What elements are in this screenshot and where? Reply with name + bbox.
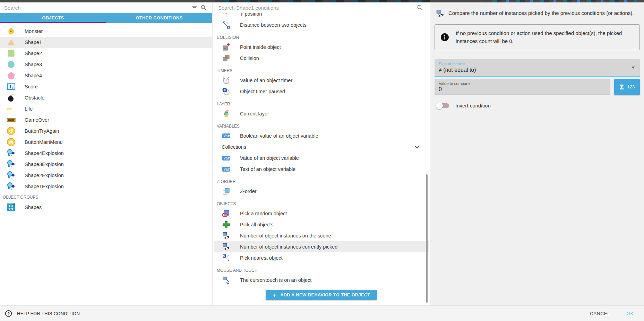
condition-description: Compare the number of instances picked b… — [448, 9, 634, 17]
z-order-icon — [222, 187, 231, 196]
object-name: Shape4 — [25, 73, 42, 78]
filter-icon[interactable] — [190, 3, 199, 12]
value-to-compare-input[interactable] — [439, 86, 606, 93]
object-list-item[interactable]: ButtonMainMenu — [0, 137, 212, 148]
condition-list-item[interactable]: Y position — [214, 13, 429, 19]
condition-list-item[interactable]: VarValue of an object variable — [214, 153, 429, 164]
condition-list-item[interactable]: ?Pick nearest object — [214, 252, 429, 263]
object-name: Shape4Explosion — [25, 150, 64, 156]
condition-group-label: Collections — [222, 144, 413, 150]
collision-icon — [222, 54, 231, 63]
variable-icon: Var — [222, 165, 231, 174]
text-object-icon: Tx — [7, 82, 16, 91]
object-list-item[interactable]: ↺ButtonTryAgain — [0, 125, 212, 137]
condition-section-header: TIMERS — [214, 64, 429, 75]
object-tabs: OBJECTS OTHER CONDITIONS — [0, 13, 212, 23]
sign-of-test-label: Sign of the test — [439, 62, 636, 66]
object-selector-panel: OBJECTS OTHER CONDITIONS MonsterShape1Sh… — [0, 2, 213, 305]
expression-editor-button[interactable]: Σ 123 — [614, 79, 640, 95]
help-button[interactable]: ? HELP FOR THIS CONDITION — [5, 310, 80, 317]
condition-label: Pick nearest object — [240, 255, 283, 261]
condition-list-item[interactable]: Pick all objects — [214, 219, 429, 230]
condition-description-row: x? Compare the number of instances picke… — [435, 6, 640, 18]
condition-section-header: OBJECTS — [214, 197, 429, 208]
condition-section-header: COLLISION — [214, 31, 429, 42]
condition-list-item[interactable]: Current layer — [214, 108, 429, 119]
condition-list-item[interactable]: Z-order — [214, 186, 429, 197]
cursor-on-object-icon — [222, 276, 231, 285]
condition-list-item[interactable]: ?Distance between two objects — [214, 19, 429, 31]
position-icon — [222, 13, 231, 18]
invert-condition-label: Invert condition — [455, 103, 491, 109]
svg-text:↺: ↺ — [9, 128, 14, 134]
help-icon: ? — [5, 310, 12, 317]
hearts-icon: ♥♥♥ — [7, 104, 16, 113]
tab-objects[interactable]: OBJECTS — [0, 13, 106, 23]
condition-list-item[interactable]: VarBoolean value of an object variable — [214, 130, 429, 141]
object-list-item[interactable]: Monster — [0, 26, 212, 37]
timer-paused-icon — [222, 87, 231, 96]
tab-other-conditions-label: OTHER CONDITIONS — [136, 15, 183, 20]
invert-condition-toggle[interactable] — [437, 103, 449, 108]
condition-label: Pick all objects — [240, 222, 273, 227]
condition-list-item[interactable]: VarText of an object variable — [214, 164, 429, 175]
svg-text:?: ? — [227, 254, 229, 258]
condition-group-collections[interactable]: Collections — [214, 141, 429, 153]
add-behavior-button-row: +ADD A NEW BEHAVIOR TO THE OBJECT — [214, 290, 429, 300]
condition-section-header: VARIABLES — [214, 119, 429, 130]
sign-of-test-select[interactable]: Sign of the test ≠ (not equal to) — [435, 59, 640, 77]
condition-list-item[interactable]: Collision — [214, 53, 429, 64]
add-behavior-button[interactable]: +ADD A NEW BEHAVIOR TO THE OBJECT — [266, 290, 377, 300]
condition-list-item[interactable]: x?Number of object instances on the scen… — [214, 230, 429, 241]
svg-text:x: x — [12, 86, 14, 89]
gameover-banner-icon — [7, 115, 16, 124]
layers-icon — [222, 109, 231, 118]
object-list-item[interactable]: ♥♥♥Life — [0, 103, 212, 114]
search-icon — [415, 3, 424, 12]
pick-random-icon — [222, 209, 231, 218]
condition-list-item[interactable]: Value of an object timer — [214, 75, 429, 86]
condition-section-header: MOUSE AND TOUCH — [214, 263, 429, 275]
object-list-item[interactable]: Shape4Explosion — [0, 148, 212, 159]
condition-label: Current layer — [240, 111, 269, 116]
object-list-item[interactable]: Shape4 — [0, 70, 212, 81]
toggle-knob — [436, 102, 443, 109]
condition-label: Pick a random object — [240, 211, 287, 216]
condition-list-scrollbar[interactable] — [426, 174, 428, 303]
object-group-item[interactable]: Shapes — [0, 202, 212, 213]
condition-list-item[interactable]: The cursor/touch is on an object — [214, 275, 429, 286]
svg-text:x?: x? — [438, 13, 444, 18]
cancel-button[interactable]: CANCEL — [590, 311, 610, 316]
condition-search-input[interactable] — [218, 5, 415, 11]
object-list-item[interactable]: Shape2Explosion — [0, 170, 212, 181]
condition-list-item[interactable]: Point inside object — [214, 42, 429, 53]
object-list-item[interactable]: Shape3Explosion — [0, 159, 212, 170]
object-list-item[interactable]: GameOver — [0, 114, 212, 125]
instruction-editor-dialog: OBJECTS OTHER CONDITIONS MonsterShape1Sh… — [0, 0, 644, 321]
object-list-item[interactable]: Obstacle — [0, 92, 212, 103]
condition-parameters-panel: x? Compare the number of instances picke… — [430, 2, 644, 305]
condition-section-header: Z-ORDER — [214, 175, 429, 186]
object-name: Score — [25, 84, 38, 89]
button-home-icon — [7, 138, 16, 147]
object-name: GameOver — [25, 117, 49, 123]
invert-condition-row: Invert condition — [435, 102, 640, 109]
condition-selector-panel: Y position?Distance between two objectsC… — [214, 2, 429, 305]
object-list-item[interactable]: Shape2 — [0, 48, 212, 59]
condition-label: Distance between two objects — [240, 22, 307, 28]
condition-list-item[interactable]: x?Number of object instances currently p… — [214, 241, 429, 252]
sign-of-test-value: ≠ (not equal to) — [439, 67, 636, 73]
condition-list-item[interactable]: Pick a random object — [214, 208, 429, 219]
tab-other-conditions[interactable]: OTHER CONDITIONS — [106, 13, 212, 23]
object-list-item[interactable]: Shape1 — [0, 37, 212, 48]
object-list-item[interactable]: Shape3 — [0, 59, 212, 70]
condition-search-bar — [214, 2, 429, 13]
bomb-icon — [7, 93, 16, 102]
object-search-input[interactable] — [4, 5, 190, 11]
ok-button[interactable]: OK — [626, 311, 634, 316]
condition-label: Object timer paused — [240, 89, 285, 94]
condition-list-item[interactable]: Object timer paused — [214, 86, 429, 97]
condition-label: Text of an object variable — [240, 166, 295, 172]
object-list-item[interactable]: Shape1Explosion — [0, 181, 212, 192]
object-list-item[interactable]: TxScore — [0, 81, 212, 92]
